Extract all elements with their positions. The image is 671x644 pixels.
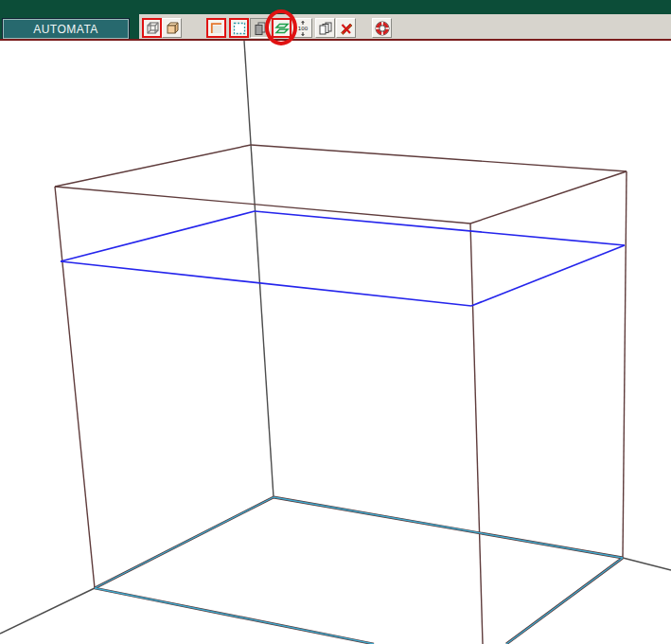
toolbar: AUTOMATA <box>0 0 671 41</box>
duplicate-pages-icon <box>318 21 333 36</box>
layer-slices-button[interactable] <box>272 18 291 38</box>
automata-app-window: AUTOMATA <box>0 0 671 644</box>
floor-cyan-front-right <box>506 558 623 644</box>
box-top-front-left <box>55 187 470 224</box>
wireframe-cube-icon <box>145 21 160 36</box>
scale-100-icon: 100 <box>295 21 310 36</box>
automata-button[interactable]: AUTOMATA <box>3 19 129 39</box>
ring-icon <box>375 21 390 36</box>
dashed-selection-icon <box>232 21 247 36</box>
layer-back-left <box>61 211 255 261</box>
stacked-layers-button[interactable] <box>250 18 270 38</box>
floor-cyan-back-left <box>95 497 274 588</box>
box-top-back-right <box>251 145 627 171</box>
floor-cyan-front-left <box>95 588 374 644</box>
layer-front-right <box>471 245 625 306</box>
layer-slices-icon <box>274 21 290 36</box>
stacked-layers-icon <box>253 21 268 36</box>
scale-100-label: 100 <box>297 26 308 31</box>
solid-cube-button[interactable] <box>162 18 182 38</box>
ground-edge-right <box>623 558 671 570</box>
box-top-front-right <box>470 171 627 224</box>
corner-frame-button[interactable] <box>206 18 226 38</box>
box-edge-right <box>623 171 627 558</box>
delete-cross-icon <box>339 21 354 36</box>
corner-frame-icon <box>209 21 224 36</box>
wireframe-cube-button[interactable] <box>142 18 162 38</box>
duplicate-button[interactable] <box>315 18 335 38</box>
box-edge-front <box>470 224 483 644</box>
delete-button[interactable] <box>336 18 356 38</box>
scene-canvas[interactable] <box>0 41 671 644</box>
ground-edge-left <box>0 588 95 634</box>
box-edge-left <box>55 187 95 588</box>
ground-axis-back <box>244 41 274 497</box>
layer-front-left <box>61 261 471 306</box>
ring-button[interactable] <box>372 18 392 38</box>
layer-back-right <box>255 211 625 245</box>
box-top-back-left <box>55 145 251 187</box>
dashed-selection-button[interactable] <box>229 18 249 38</box>
floor-cyan-back-right <box>274 497 623 558</box>
solid-cube-icon <box>165 21 180 36</box>
scale-100-button[interactable]: 100 <box>292 18 312 38</box>
